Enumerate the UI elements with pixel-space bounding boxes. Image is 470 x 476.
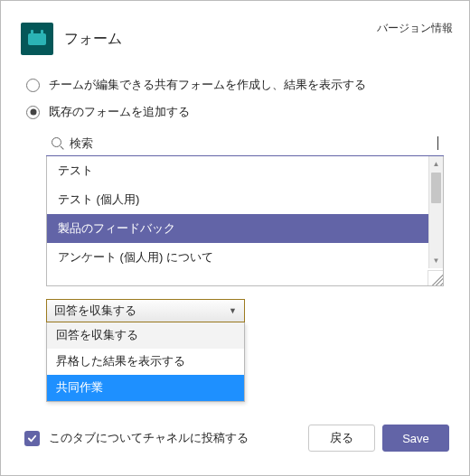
action-select-menu: 回答を収集する 昇格した結果を表示する 共同作業: [46, 322, 245, 402]
radio-icon[interactable]: [26, 106, 40, 119]
chevron-down-icon: ▼: [229, 306, 237, 315]
post-to-channel-checkbox[interactable]: [24, 431, 40, 446]
resize-handle-icon[interactable]: [428, 270, 443, 285]
text-caret: [437, 136, 438, 150]
list-item[interactable]: テスト (個人用): [47, 185, 443, 214]
forms-app-icon: [21, 23, 53, 55]
version-info-link[interactable]: バージョン情報: [377, 21, 453, 36]
select-option[interactable]: 共同作業: [47, 375, 244, 401]
option-label: 既存のフォームを追加する: [49, 104, 190, 120]
radio-icon[interactable]: [26, 79, 40, 92]
search-input[interactable]: 検索: [46, 131, 444, 156]
post-to-channel-label: このタブについてチャネルに投稿する: [49, 430, 301, 446]
search-icon: [52, 137, 64, 150]
select-option[interactable]: 昇格した結果を表示する: [47, 349, 244, 375]
scroll-thumb[interactable]: [431, 173, 441, 203]
app-title: フォーム: [64, 30, 122, 49]
select-value: 回答を収集する: [54, 303, 136, 319]
back-button[interactable]: 戻る: [308, 425, 375, 452]
option-label: チームが編集できる共有フォームを作成し、結果を表示する: [49, 77, 366, 93]
list-item[interactable]: テスト: [47, 156, 443, 185]
check-icon: [27, 434, 37, 443]
select-option[interactable]: 回答を収集する: [47, 322, 244, 349]
list-item[interactable]: アンケート (個人用) について: [47, 243, 443, 285]
scroll-down-icon[interactable]: ▼: [429, 253, 443, 268]
scroll-up-icon[interactable]: ▲: [429, 156, 443, 172]
option-create-shared-form[interactable]: チームが編集できる共有フォームを作成し、結果を表示する: [26, 77, 444, 93]
list-item[interactable]: 製品のフィードバック: [47, 214, 443, 243]
save-button[interactable]: Save: [382, 425, 449, 452]
scrollbar[interactable]: ▲ ▼: [428, 156, 443, 268]
forms-dropdown-list[interactable]: テスト テスト (個人用) 製品のフィードバック アンケート (個人用) につい…: [46, 156, 444, 286]
action-select[interactable]: 回答を収集する ▼: [46, 299, 245, 322]
search-text: 検索: [70, 135, 434, 152]
option-add-existing-form[interactable]: 既存のフォームを追加する: [26, 104, 444, 120]
